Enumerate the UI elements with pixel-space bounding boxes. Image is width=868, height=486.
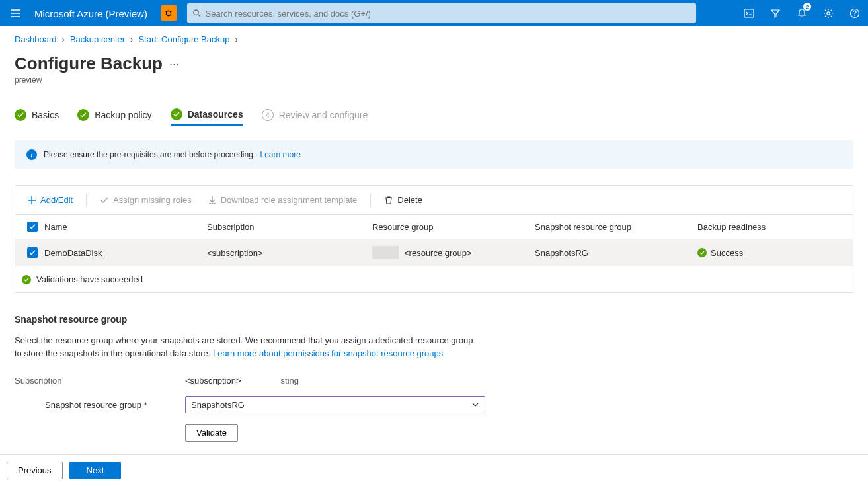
top-bar: Microsoft Azure (Preview) 2 xyxy=(0,0,868,26)
subscription-extra: sting xyxy=(281,376,299,385)
search-input[interactable] xyxy=(206,9,691,19)
select-value: SnapshotsRG xyxy=(191,400,245,410)
step-review[interactable]: 4 Review and configure xyxy=(262,109,368,125)
delete-button[interactable]: Delete xyxy=(377,192,429,208)
header-resource-group[interactable]: Resource group xyxy=(372,222,535,232)
gear-icon xyxy=(823,8,834,19)
cell-readiness: Success xyxy=(697,248,848,258)
datasources-panel: Add/Edit Assign missing roles Download r… xyxy=(15,185,853,293)
info-bar: i Please ensure the pre-requisites are m… xyxy=(15,140,853,169)
button-label: Add/Edit xyxy=(40,195,73,205)
info-link[interactable]: Learn more xyxy=(260,150,301,159)
add-edit-button[interactable]: Add/Edit xyxy=(20,192,79,208)
wizard-steps: Basics Backup policy Datasources 4 Revie… xyxy=(15,108,853,126)
top-right-icons: 2 xyxy=(736,0,868,26)
header-snapshot-rg[interactable]: Snapshot resource group xyxy=(535,222,697,232)
check-icon xyxy=(15,109,26,121)
table-header: Name Subscription Resource group Snapsho… xyxy=(15,215,853,239)
chevron-right-icon: › xyxy=(235,34,237,44)
brand-label: Microsoft Azure (Preview) xyxy=(32,8,161,19)
notification-badge: 2 xyxy=(803,3,811,11)
help-icon xyxy=(849,8,860,19)
validation-status: Validations have succeeded xyxy=(15,266,853,292)
settings-button[interactable] xyxy=(815,0,842,26)
filter-icon xyxy=(770,8,781,19)
header-readiness[interactable]: Backup readiness xyxy=(697,222,848,232)
step-label: Review and configure xyxy=(279,110,368,120)
check-icon xyxy=(100,196,109,205)
more-button[interactable]: ··· xyxy=(169,58,179,70)
step-datasources[interactable]: Datasources xyxy=(171,108,243,126)
search-box[interactable] xyxy=(187,3,696,23)
hamburger-menu[interactable] xyxy=(0,0,32,26)
previous-button[interactable]: Previous xyxy=(7,462,63,479)
step-backup-policy[interactable]: Backup policy xyxy=(77,109,151,125)
chevron-right-icon: › xyxy=(62,34,65,44)
breadcrumb-link-configure[interactable]: Start: Configure Backup xyxy=(138,34,229,44)
check-icon xyxy=(171,108,182,120)
table-row[interactable]: DemoDataDisk <subscription> <resource gr… xyxy=(15,239,853,266)
info-icon: i xyxy=(26,149,37,160)
cloud-shell-button[interactable] xyxy=(736,0,762,26)
assign-roles-button[interactable]: Assign missing roles xyxy=(93,192,198,208)
cell-name: DemoDataDisk xyxy=(44,248,207,258)
snapshot-section-title: Snapshot resource group xyxy=(15,314,853,325)
chevron-right-icon: › xyxy=(130,34,133,44)
validation-text: Validations have succeeded xyxy=(36,274,143,284)
chevron-down-icon xyxy=(471,401,479,409)
check-icon xyxy=(77,109,89,121)
help-button[interactable] xyxy=(842,0,868,26)
cloud-shell-icon xyxy=(744,8,754,19)
snapshot-learn-more-link[interactable]: Learn more about permissions for snapsho… xyxy=(213,348,443,358)
cell-snapshot-rg: SnapshotsRG xyxy=(535,248,697,258)
preview-badge[interactable] xyxy=(161,5,177,21)
form-row-subscription: Subscription <subscription> sting xyxy=(15,376,853,385)
form-row-snapshot-rg: Snapshot resource group * SnapshotsRG xyxy=(15,396,853,413)
snapshot-rg-label: Snapshot resource group * xyxy=(45,400,185,410)
trash-icon xyxy=(384,196,393,205)
validate-button[interactable]: Validate xyxy=(185,424,238,442)
plus-icon xyxy=(27,196,36,205)
page-subtitle: preview xyxy=(15,75,853,85)
cell-resource-group: <resource group> xyxy=(372,246,535,259)
snapshot-rg-select[interactable]: SnapshotsRG xyxy=(185,396,485,413)
step-label: Basics xyxy=(32,110,59,120)
download-template-button[interactable]: Download role assignment template xyxy=(201,192,364,208)
header-subscription[interactable]: Subscription xyxy=(207,222,372,232)
search-icon xyxy=(192,9,202,18)
button-label: Download role assignment template xyxy=(221,195,358,205)
directories-button[interactable] xyxy=(762,0,789,26)
form-row-validate: Validate xyxy=(15,424,853,442)
breadcrumb-link-dashboard[interactable]: Dashboard xyxy=(15,34,57,44)
toolbar-divider xyxy=(86,194,87,207)
download-icon xyxy=(208,196,217,205)
subscription-value: <subscription> xyxy=(185,376,241,385)
hamburger-icon xyxy=(11,8,21,19)
button-label: Assign missing roles xyxy=(113,195,192,205)
page-content: Dashboard › Backup center › Start: Confi… xyxy=(0,26,868,442)
step-number: 4 xyxy=(262,109,274,121)
success-icon xyxy=(697,248,707,257)
svg-point-3 xyxy=(827,12,830,15)
notifications-button[interactable]: 2 xyxy=(789,0,815,26)
step-label: Datasources xyxy=(188,109,243,120)
select-all-checkbox[interactable] xyxy=(27,222,38,232)
row-checkbox[interactable] xyxy=(27,247,38,258)
panel-toolbar: Add/Edit Assign missing roles Download r… xyxy=(15,186,853,215)
info-text: Please ensure the pre-requisites are met… xyxy=(44,150,301,159)
page-title: Configure Backup xyxy=(15,54,163,74)
breadcrumb: Dashboard › Backup center › Start: Confi… xyxy=(15,33,853,44)
step-basics[interactable]: Basics xyxy=(15,109,59,125)
snapshot-section-desc: Select the resource group where your sna… xyxy=(15,334,477,360)
step-label: Backup policy xyxy=(95,110,151,120)
bug-icon xyxy=(164,9,173,18)
next-button[interactable]: Next xyxy=(69,462,122,479)
wizard-footer: Previous Next xyxy=(0,454,868,486)
breadcrumb-link-backup-center[interactable]: Backup center xyxy=(70,34,125,44)
header-name[interactable]: Name xyxy=(44,222,207,232)
cell-subscription: <subscription> xyxy=(207,248,372,258)
resource-placeholder-icon xyxy=(372,246,399,259)
page-title-row: Configure Backup ··· xyxy=(15,54,853,74)
svg-point-1 xyxy=(194,10,199,15)
svg-point-5 xyxy=(854,15,855,16)
